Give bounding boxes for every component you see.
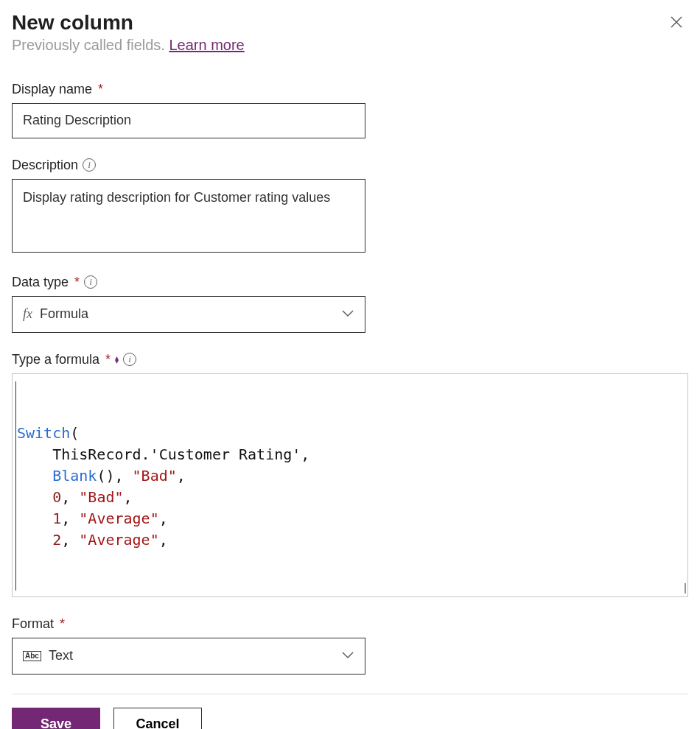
description-label-text: Description <box>12 158 78 173</box>
data-type-value: Formula <box>40 306 88 322</box>
info-icon[interactable]: i <box>84 275 97 289</box>
expand-icon[interactable]: ▴▾ <box>115 356 119 363</box>
description-label: Description i <box>12 158 688 173</box>
display-name-label-text: Display name <box>12 82 92 97</box>
data-type-label: Data type * i <box>12 275 688 290</box>
tok: Blank <box>52 467 97 485</box>
tok: , <box>124 488 133 506</box>
formula-icon: fx <box>23 306 32 322</box>
tok: , <box>61 531 79 549</box>
tok: ThisRecord.'Customer Rating', <box>17 446 309 463</box>
required-marker: * <box>98 82 103 97</box>
page-subtitle: Previously called fields. Learn more <box>12 37 688 54</box>
save-button[interactable]: Save <box>12 708 100 729</box>
tok: "Average" <box>79 510 158 527</box>
tok: , <box>177 467 186 485</box>
tok: 2 <box>52 531 61 549</box>
tok: Switch <box>17 424 70 442</box>
format-value: Text <box>49 648 73 663</box>
tok: , <box>61 510 79 527</box>
data-type-label-text: Data type <box>12 275 69 290</box>
footer-actions: Save Cancel <box>12 694 688 729</box>
display-name-label: Display name * <box>12 82 688 97</box>
learn-more-link[interactable]: Learn more <box>169 37 244 53</box>
format-label: Format * <box>12 616 688 632</box>
cancel-button[interactable]: Cancel <box>113 708 202 729</box>
tok: , <box>159 531 168 549</box>
tok: 1 <box>52 510 61 527</box>
info-icon[interactable]: i <box>83 158 96 172</box>
cursor-indicator <box>15 381 16 591</box>
close-icon <box>670 15 683 29</box>
tok: "Bad" <box>133 467 177 485</box>
tok: ( <box>70 424 79 442</box>
scroll-indicator <box>682 583 686 594</box>
formula-editor[interactable]: Switch( ThisRecord.'Customer Rating', Bl… <box>12 373 688 597</box>
subtitle-text: Previously called fields. <box>12 37 169 53</box>
required-marker: * <box>105 352 111 367</box>
page-title: New column <box>12 10 133 35</box>
formula-label: Type a formula * ▴▾ i <box>12 352 688 367</box>
chevron-down-icon <box>341 648 354 663</box>
tok: , <box>159 510 168 527</box>
close-button[interactable] <box>665 10 688 34</box>
description-input[interactable] <box>12 179 365 253</box>
text-icon: Abc <box>23 651 41 661</box>
tok: , <box>61 488 79 506</box>
chevron-down-icon <box>341 306 354 322</box>
required-marker: * <box>60 616 65 632</box>
info-icon[interactable]: i <box>123 353 136 366</box>
format-label-text: Format <box>12 616 54 632</box>
tok: (), <box>97 467 132 485</box>
display-name-input[interactable] <box>12 103 365 138</box>
tok: "Average" <box>79 531 158 549</box>
data-type-select[interactable]: fx Formula <box>12 296 365 333</box>
formula-label-text: Type a formula <box>12 352 99 367</box>
tok: 0 <box>52 488 61 506</box>
tok: "Bad" <box>79 488 123 506</box>
format-select[interactable]: Abc Text <box>12 638 365 675</box>
required-marker: * <box>74 275 80 290</box>
